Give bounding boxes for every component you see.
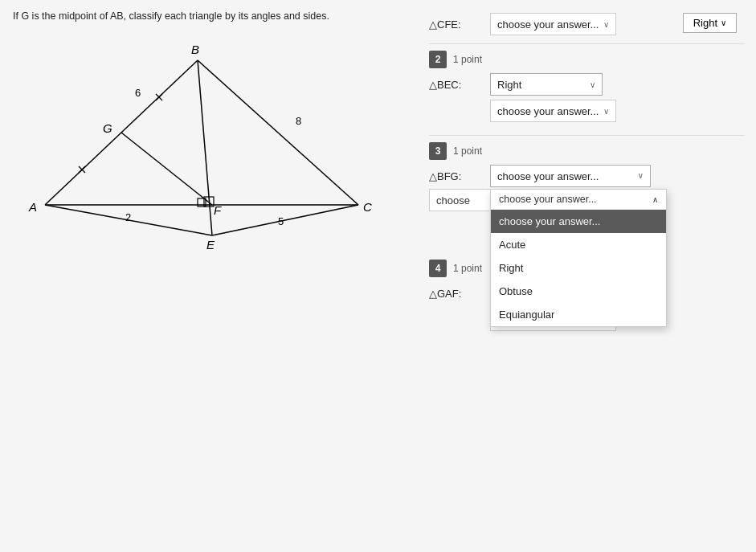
label-C: C [363, 200, 372, 214]
question-1-section: Right ∨ △CFE: choose your answer... ∨ [429, 8, 745, 35]
q3-dropdown-menu: choose your answer... ∧ choose your answ… [490, 189, 667, 327]
q3-header: 3 1 point [429, 142, 745, 160]
dropdown-option-choose[interactable]: choose your answer... [491, 210, 666, 233]
q2-bec-angle-value: Right [497, 79, 585, 91]
dropdown-option-acute[interactable]: Acute [491, 233, 666, 256]
q3-dropdown-header-text: choose your answer... [499, 194, 597, 205]
svg-line-6 [121, 133, 212, 205]
divider-1 [429, 43, 745, 44]
q3-bfg-angle-chevron-up: ∧ [638, 172, 644, 181]
label-F: F [214, 203, 222, 217]
q3-dropdown-header-item[interactable]: choose your answer... ∧ [491, 190, 666, 210]
label-E: E [206, 238, 215, 251]
q3-choose-label[interactable]: choose [429, 189, 493, 211]
q1-cfe-side-box[interactable]: choose your answer... ∨ [490, 13, 616, 35]
label-5: 5 [278, 215, 284, 227]
svg-line-1 [198, 60, 358, 205]
label-A: A [28, 200, 37, 214]
q3-points: 1 point [453, 145, 482, 157]
q2-number-badge: 2 [429, 51, 447, 68]
left-panel: If G is the midpoint of AB, classify eac… [0, 0, 418, 552]
q2-bec-side-box[interactable]: choose your answer... ∨ [490, 100, 616, 122]
q2-bec-side-value: choose your answer... [497, 105, 599, 117]
label-G: G [103, 121, 112, 135]
dropdown-option-equiangular[interactable]: Equiangular [491, 303, 666, 326]
label-8: 8 [296, 115, 301, 127]
q3-bfg-trigger-row: △BFG: choose your answer... ∧ [429, 165, 745, 187]
q3-bfg-label: △BFG: [429, 170, 485, 182]
q2-bec-angle-chevron: ∨ [590, 80, 595, 89]
dropdown-option-right[interactable]: Right [491, 256, 666, 280]
q1-right-answer-text: Right [693, 17, 717, 29]
q1-right-chevron-icon: ∨ [721, 18, 726, 27]
label-6: 6 [135, 87, 141, 99]
diagram-container: A B C E F G 6 8 2 5 [13, 32, 398, 257]
q2-bec-row: △BEC: Right ∨ [429, 73, 745, 96]
label-2: 2 [125, 211, 131, 223]
q3-dropdown-container: △BFG: choose your answer... ∧ choose [429, 165, 745, 211]
q2-bec-angle-box[interactable]: Right ∨ [490, 73, 603, 96]
q3-bfg-angle-value: choose your answer... [497, 170, 633, 182]
dropdown-option-obtuse[interactable]: Obtuse [491, 280, 666, 303]
q3-number-badge: 3 [429, 142, 447, 160]
q3-bfg-angle-box[interactable]: choose your answer... ∧ [490, 165, 651, 187]
divider-2 [429, 135, 745, 136]
q2-bec-label: △BEC: [429, 79, 485, 91]
q2-bec-side-row: choose your answer... ∨ [429, 100, 745, 122]
q1-right-answer-box[interactable]: Right ∨ [683, 13, 737, 33]
q1-cfe-side-value: choose your answer... [497, 18, 599, 31]
label-B: B [191, 43, 199, 56]
q4-points: 1 point [453, 263, 482, 274]
q2-header: 2 1 point [429, 51, 745, 68]
instruction-text: If G is the midpoint of AB, classify eac… [13, 10, 405, 24]
q1-cfe-chevron-icon: ∨ [603, 20, 609, 29]
svg-line-3 [198, 60, 212, 235]
q3-choose-label-text: choose [436, 194, 470, 206]
question-3-section: 3 1 point △BFG: choose your answer... ∧ … [429, 142, 745, 211]
q3-dropdown-chevron-up-icon: ∧ [652, 195, 658, 204]
svg-line-5 [212, 205, 358, 235]
question-2-section: 2 1 point △BEC: Right ∨ choose your answ… [429, 51, 745, 122]
right-panel: Right ∨ △CFE: choose your answer... ∨ 2 … [418, 0, 756, 552]
q2-points: 1 point [453, 54, 482, 65]
q3-side-row: choose choose your answer... ∧ choose yo… [429, 189, 745, 211]
q1-cfe-label: △CFE: [429, 18, 485, 31]
q4-gaf-label: △GAF: [429, 288, 485, 300]
q4-number-badge: 4 [429, 260, 447, 277]
q2-bec-side-chevron: ∨ [603, 107, 609, 116]
